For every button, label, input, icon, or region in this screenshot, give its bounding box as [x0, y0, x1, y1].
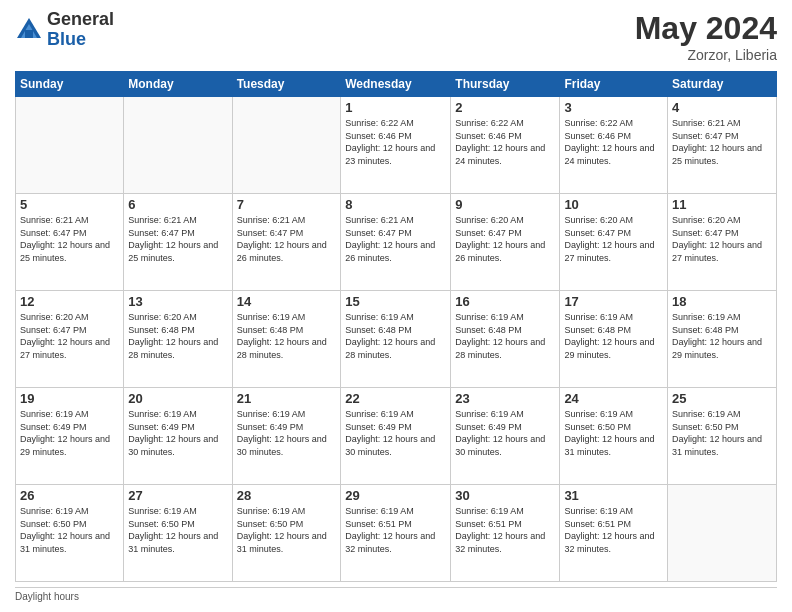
day-number: 13 [128, 294, 227, 309]
day-info: Sunrise: 6:19 AM Sunset: 6:49 PM Dayligh… [20, 408, 119, 458]
calendar-day-cell: 19Sunrise: 6:19 AM Sunset: 6:49 PM Dayli… [16, 388, 124, 485]
logo-icon [15, 16, 43, 44]
title-block: May 2024 Zorzor, Liberia [635, 10, 777, 63]
calendar-day-cell: 4Sunrise: 6:21 AM Sunset: 6:47 PM Daylig… [668, 97, 777, 194]
day-number: 19 [20, 391, 119, 406]
svg-rect-2 [25, 30, 33, 38]
day-number: 22 [345, 391, 446, 406]
day-info: Sunrise: 6:19 AM Sunset: 6:50 PM Dayligh… [672, 408, 772, 458]
day-info: Sunrise: 6:19 AM Sunset: 6:48 PM Dayligh… [564, 311, 663, 361]
calendar-day-header: Saturday [668, 72, 777, 97]
day-info: Sunrise: 6:19 AM Sunset: 6:51 PM Dayligh… [455, 505, 555, 555]
day-number: 26 [20, 488, 119, 503]
day-info: Sunrise: 6:19 AM Sunset: 6:49 PM Dayligh… [455, 408, 555, 458]
day-number: 9 [455, 197, 555, 212]
day-number: 16 [455, 294, 555, 309]
calendar-week-row: 1Sunrise: 6:22 AM Sunset: 6:46 PM Daylig… [16, 97, 777, 194]
logo-blue-text: Blue [47, 30, 114, 50]
day-number: 5 [20, 197, 119, 212]
day-number: 7 [237, 197, 337, 212]
day-number: 8 [345, 197, 446, 212]
calendar-week-row: 12Sunrise: 6:20 AM Sunset: 6:47 PM Dayli… [16, 291, 777, 388]
day-info: Sunrise: 6:21 AM Sunset: 6:47 PM Dayligh… [128, 214, 227, 264]
day-info: Sunrise: 6:19 AM Sunset: 6:51 PM Dayligh… [564, 505, 663, 555]
day-number: 4 [672, 100, 772, 115]
footer: Daylight hours [15, 587, 777, 602]
calendar-day-cell: 10Sunrise: 6:20 AM Sunset: 6:47 PM Dayli… [560, 194, 668, 291]
page: General Blue May 2024 Zorzor, Liberia Su… [0, 0, 792, 612]
day-info: Sunrise: 6:19 AM Sunset: 6:48 PM Dayligh… [345, 311, 446, 361]
day-info: Sunrise: 6:19 AM Sunset: 6:48 PM Dayligh… [672, 311, 772, 361]
calendar-day-cell: 25Sunrise: 6:19 AM Sunset: 6:50 PM Dayli… [668, 388, 777, 485]
calendar-day-cell: 22Sunrise: 6:19 AM Sunset: 6:49 PM Dayli… [341, 388, 451, 485]
day-info: Sunrise: 6:19 AM Sunset: 6:50 PM Dayligh… [128, 505, 227, 555]
calendar-day-cell: 23Sunrise: 6:19 AM Sunset: 6:49 PM Dayli… [451, 388, 560, 485]
day-info: Sunrise: 6:19 AM Sunset: 6:51 PM Dayligh… [345, 505, 446, 555]
day-number: 11 [672, 197, 772, 212]
day-info: Sunrise: 6:20 AM Sunset: 6:47 PM Dayligh… [455, 214, 555, 264]
calendar-day-cell: 12Sunrise: 6:20 AM Sunset: 6:47 PM Dayli… [16, 291, 124, 388]
logo-text: General Blue [47, 10, 114, 50]
day-number: 20 [128, 391, 227, 406]
day-info: Sunrise: 6:20 AM Sunset: 6:47 PM Dayligh… [672, 214, 772, 264]
day-number: 27 [128, 488, 227, 503]
calendar-table: SundayMondayTuesdayWednesdayThursdayFrid… [15, 71, 777, 582]
calendar-day-cell: 21Sunrise: 6:19 AM Sunset: 6:49 PM Dayli… [232, 388, 341, 485]
logo-general-text: General [47, 10, 114, 30]
day-number: 23 [455, 391, 555, 406]
calendar-day-cell: 26Sunrise: 6:19 AM Sunset: 6:50 PM Dayli… [16, 485, 124, 582]
calendar-day-cell: 27Sunrise: 6:19 AM Sunset: 6:50 PM Dayli… [124, 485, 232, 582]
day-number: 24 [564, 391, 663, 406]
calendar-day-cell: 7Sunrise: 6:21 AM Sunset: 6:47 PM Daylig… [232, 194, 341, 291]
calendar-day-cell: 24Sunrise: 6:19 AM Sunset: 6:50 PM Dayli… [560, 388, 668, 485]
calendar-day-cell: 20Sunrise: 6:19 AM Sunset: 6:49 PM Dayli… [124, 388, 232, 485]
calendar-day-cell: 16Sunrise: 6:19 AM Sunset: 6:48 PM Dayli… [451, 291, 560, 388]
day-info: Sunrise: 6:19 AM Sunset: 6:50 PM Dayligh… [237, 505, 337, 555]
day-info: Sunrise: 6:22 AM Sunset: 6:46 PM Dayligh… [345, 117, 446, 167]
calendar-week-row: 26Sunrise: 6:19 AM Sunset: 6:50 PM Dayli… [16, 485, 777, 582]
day-info: Sunrise: 6:19 AM Sunset: 6:50 PM Dayligh… [564, 408, 663, 458]
calendar-week-row: 19Sunrise: 6:19 AM Sunset: 6:49 PM Dayli… [16, 388, 777, 485]
month-year-title: May 2024 [635, 10, 777, 47]
calendar-day-header: Sunday [16, 72, 124, 97]
day-info: Sunrise: 6:21 AM Sunset: 6:47 PM Dayligh… [345, 214, 446, 264]
calendar-day-cell [668, 485, 777, 582]
day-number: 10 [564, 197, 663, 212]
calendar-day-cell: 13Sunrise: 6:20 AM Sunset: 6:48 PM Dayli… [124, 291, 232, 388]
day-number: 28 [237, 488, 337, 503]
calendar-day-cell [16, 97, 124, 194]
location-subtitle: Zorzor, Liberia [635, 47, 777, 63]
day-info: Sunrise: 6:19 AM Sunset: 6:48 PM Dayligh… [455, 311, 555, 361]
day-number: 30 [455, 488, 555, 503]
day-info: Sunrise: 6:20 AM Sunset: 6:47 PM Dayligh… [20, 311, 119, 361]
day-info: Sunrise: 6:22 AM Sunset: 6:46 PM Dayligh… [564, 117, 663, 167]
day-number: 1 [345, 100, 446, 115]
calendar-day-cell: 2Sunrise: 6:22 AM Sunset: 6:46 PM Daylig… [451, 97, 560, 194]
calendar-day-header: Monday [124, 72, 232, 97]
calendar-day-cell: 6Sunrise: 6:21 AM Sunset: 6:47 PM Daylig… [124, 194, 232, 291]
calendar-day-cell: 5Sunrise: 6:21 AM Sunset: 6:47 PM Daylig… [16, 194, 124, 291]
calendar-day-cell [124, 97, 232, 194]
calendar-day-cell: 29Sunrise: 6:19 AM Sunset: 6:51 PM Dayli… [341, 485, 451, 582]
day-number: 3 [564, 100, 663, 115]
day-info: Sunrise: 6:20 AM Sunset: 6:48 PM Dayligh… [128, 311, 227, 361]
calendar-day-cell [232, 97, 341, 194]
day-number: 29 [345, 488, 446, 503]
calendar-day-cell: 8Sunrise: 6:21 AM Sunset: 6:47 PM Daylig… [341, 194, 451, 291]
calendar-day-cell: 9Sunrise: 6:20 AM Sunset: 6:47 PM Daylig… [451, 194, 560, 291]
day-info: Sunrise: 6:19 AM Sunset: 6:48 PM Dayligh… [237, 311, 337, 361]
calendar-day-cell: 11Sunrise: 6:20 AM Sunset: 6:47 PM Dayli… [668, 194, 777, 291]
header: General Blue May 2024 Zorzor, Liberia [15, 10, 777, 63]
day-number: 15 [345, 294, 446, 309]
day-number: 6 [128, 197, 227, 212]
calendar-header-row: SundayMondayTuesdayWednesdayThursdayFrid… [16, 72, 777, 97]
calendar-day-cell: 15Sunrise: 6:19 AM Sunset: 6:48 PM Dayli… [341, 291, 451, 388]
calendar-day-cell: 18Sunrise: 6:19 AM Sunset: 6:48 PM Dayli… [668, 291, 777, 388]
day-number: 18 [672, 294, 772, 309]
calendar-day-cell: 31Sunrise: 6:19 AM Sunset: 6:51 PM Dayli… [560, 485, 668, 582]
day-info: Sunrise: 6:19 AM Sunset: 6:49 PM Dayligh… [128, 408, 227, 458]
calendar-day-header: Wednesday [341, 72, 451, 97]
calendar-day-cell: 30Sunrise: 6:19 AM Sunset: 6:51 PM Dayli… [451, 485, 560, 582]
calendar-day-header: Friday [560, 72, 668, 97]
day-number: 25 [672, 391, 772, 406]
